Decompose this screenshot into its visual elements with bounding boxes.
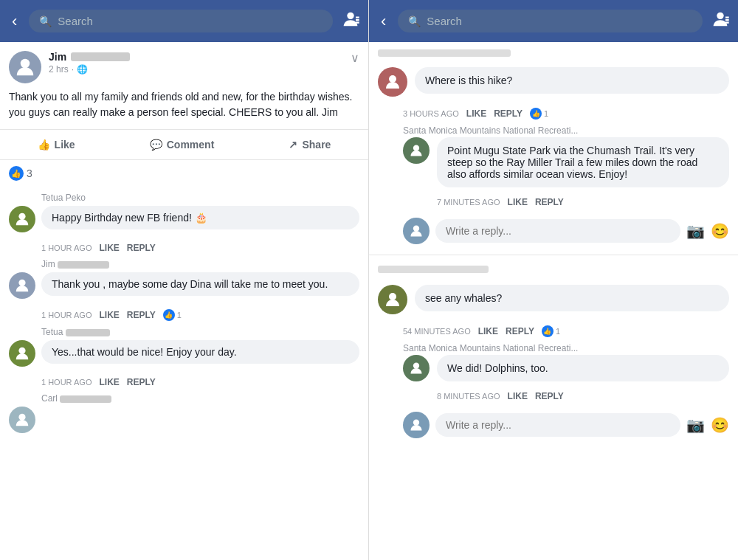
reply-reply-action-1[interactable]: REPLY (535, 197, 564, 207)
comment-reply-action-3[interactable]: REPLY (127, 377, 156, 387)
author-name-blur (71, 52, 130, 61)
reply-like-action-1[interactable]: LIKE (508, 197, 528, 207)
reply-author-label-1: Santa Monica Mountains National Recreati… (403, 125, 738, 136)
comment-reply-action-1[interactable]: REPLY (127, 243, 156, 253)
comment-author-3: Tetua (41, 327, 359, 337)
like-button[interactable]: 👍 Like (29, 136, 84, 153)
comment-avatar-2 (9, 272, 35, 299)
post-actions: 👍 Like 💬 Comment ↗ Share (0, 129, 368, 160)
right-back-button[interactable]: ‹ (376, 9, 390, 34)
svg-point-7 (18, 348, 25, 354)
share-button[interactable]: ↗ Share (280, 136, 339, 153)
reply-avatar-2 (403, 355, 430, 381)
right-profile-icon[interactable] (710, 9, 731, 34)
thread-time-1: 3 HOURS AGO (403, 109, 459, 118)
reply-bubble-1: Point Mugu State Park via the Chumash Tr… (437, 137, 729, 187)
likes-count: 3 (27, 167, 32, 179)
comment-author-1: Tetua Peko (41, 193, 359, 203)
reply-reply-action-2[interactable]: REPLY (535, 391, 564, 401)
write-reply-row-1: 📷 😊 (369, 213, 738, 249)
emoji-icon-2[interactable]: 😊 (711, 416, 729, 434)
left-panel-content: Jim 2 hrs · 🌐 ∨ Thank you to all my fami… (0, 42, 368, 560)
comment-item-1: Happy Birthday new FB friend! 🎂 (9, 206, 359, 232)
thread-item-1: Where is this hike? (369, 60, 738, 104)
divider-1 (369, 255, 738, 255)
comment-avatar-4 (9, 407, 35, 433)
globe-icon: 🌐 (77, 64, 88, 75)
camera-icon-2[interactable]: 📷 (686, 416, 705, 434)
right-search-icon: 🔍 (408, 15, 421, 27)
right-post-header (369, 42, 738, 60)
like-label: Like (55, 139, 75, 151)
like-badge: 👍 (9, 166, 24, 181)
svg-point-14 (413, 145, 419, 151)
right-search-input[interactable] (427, 15, 692, 27)
reply-meta-2: 8 MINUTES AGO LIKE REPLY (403, 391, 738, 401)
thread-item-2: see any whales? (369, 277, 738, 322)
svg-point-0 (347, 12, 354, 18)
reply-like-action-2[interactable]: LIKE (508, 391, 528, 401)
comment-time-1: 1 HOUR AGO (41, 243, 92, 252)
right-panel-content: Where is this hike? 3 HOURS AGO LIKE REP… (369, 42, 738, 560)
comment-author-2: Jim (41, 259, 359, 269)
comment-bubble-3: Yes...that would be nice! Enjoy your day… (41, 340, 359, 364)
share-icon: ↗ (289, 139, 297, 151)
thread-like-badge-1: 👍 (530, 108, 542, 120)
thread-avatar-1 (378, 67, 407, 97)
comment-like-action-3[interactable]: LIKE (99, 377, 119, 387)
reply-item-2: We did! Dolphins, too. (369, 355, 738, 387)
thread-bubble-2: see any whales? (415, 285, 729, 311)
left-search-bar[interactable]: 🔍 (29, 10, 333, 32)
comment-bubble-2: Thank you , maybe some day Dina will tak… (41, 272, 359, 296)
post-author-info: Jim 2 hrs · 🌐 (49, 51, 343, 75)
comment-like-badge-2: 👍 (163, 309, 175, 321)
reply-meta-1: 7 MINUTES AGO LIKE REPLY (403, 197, 738, 207)
thread-meta-1: 3 HOURS AGO LIKE REPLY 👍 1 (403, 108, 738, 120)
left-back-button[interactable]: ‹ (7, 9, 21, 34)
comment-button[interactable]: 💬 Comment (141, 136, 224, 153)
comment-reply-action-2[interactable]: REPLY (127, 310, 156, 320)
thread2-author-label-blur (378, 266, 489, 273)
likes-row: 👍 3 (0, 160, 368, 187)
thread-time-2: 54 MINUTES AGO (403, 327, 471, 336)
write-reply-row-2: 📷 😊 (369, 407, 738, 443)
svg-point-13 (389, 75, 396, 83)
thread-reply-action-1[interactable]: REPLY (494, 108, 523, 119)
svg-point-8 (18, 414, 25, 421)
svg-point-16 (389, 293, 396, 300)
thread-like-action-1[interactable]: LIKE (466, 108, 486, 119)
thread2-author-blur (369, 261, 738, 277)
thread-likes-2: 👍 1 (542, 325, 560, 337)
comment-item-3: Yes...that would be nice! Enjoy your day… (9, 340, 359, 367)
write-reply-avatar-1 (403, 218, 430, 244)
thread-likes-1: 👍 1 (530, 108, 548, 120)
comment-icon: 💬 (150, 139, 162, 151)
svg-point-6 (18, 280, 25, 286)
right-search-bar[interactable]: 🔍 (398, 10, 703, 32)
left-search-icon: 🔍 (39, 15, 52, 27)
post-body: Thank you to all my family and friends o… (0, 89, 368, 129)
write-reply-input-1[interactable] (435, 219, 680, 243)
write-reply-avatar-2 (403, 412, 430, 438)
thread-like-action-2[interactable]: LIKE (478, 326, 498, 336)
svg-point-9 (717, 12, 723, 18)
post-author-name: Jim (49, 51, 343, 63)
thread-bubble-1: Where is this hike? (415, 67, 729, 94)
left-profile-icon[interactable] (340, 9, 361, 34)
thread-reply-action-2[interactable]: REPLY (506, 326, 534, 336)
comment-like-action-1[interactable]: LIKE (99, 243, 119, 253)
post-chevron[interactable]: ∨ (351, 51, 359, 65)
like-icon: 👍 (38, 139, 50, 151)
post-header-blur (378, 49, 511, 57)
left-nav-bar: ‹ 🔍 (0, 0, 368, 42)
write-reply-input-2[interactable] (435, 413, 680, 437)
left-search-input[interactable] (58, 15, 323, 27)
reply-time-1: 7 MINUTES AGO (437, 198, 500, 207)
comment-like-action-2[interactable]: LIKE (99, 310, 119, 320)
write-reply-icons-2: 📷 😊 (686, 416, 729, 434)
emoji-icon-1[interactable]: 😊 (711, 222, 729, 240)
thread-like-badge-2: 👍 (542, 325, 554, 337)
camera-icon-1[interactable]: 📷 (686, 222, 705, 240)
reply-avatar-1 (403, 137, 430, 164)
comments-section: Tetua Peko Happy Birthday new FB friend!… (0, 187, 368, 449)
